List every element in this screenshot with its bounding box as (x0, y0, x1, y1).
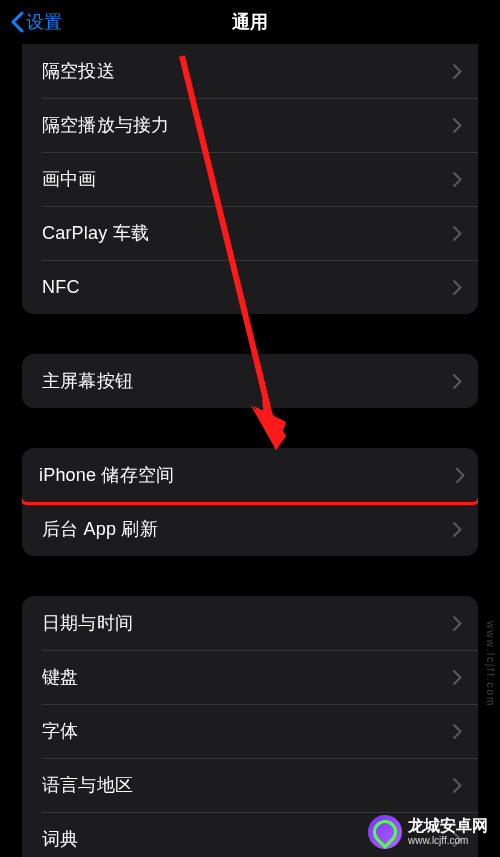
row-background-app-refresh[interactable]: 后台 App 刷新 (22, 502, 478, 556)
row-date-time[interactable]: 日期与时间 (22, 596, 478, 650)
row-iphone-storage[interactable]: iPhone 储存空间 (22, 448, 478, 502)
row-airplay-handoff[interactable]: 隔空播放与接力 (22, 98, 478, 152)
annotation-highlight: iPhone 储存空间 (22, 448, 478, 505)
settings-group-home: 主屏幕按钮 (22, 354, 478, 408)
chevron-right-icon (456, 468, 465, 483)
chevron-right-icon (453, 670, 462, 685)
row-label: 主屏幕按钮 (42, 369, 453, 393)
row-picture-in-picture[interactable]: 画中画 (22, 152, 478, 206)
row-fonts[interactable]: 字体 (22, 704, 478, 758)
chevron-right-icon (453, 616, 462, 631)
settings-group-storage: iPhone 储存空间 后台 App 刷新 (22, 448, 478, 556)
chevron-right-icon (453, 522, 462, 537)
chevron-left-icon (10, 11, 24, 33)
row-airdrop[interactable]: 隔空投送 (22, 44, 478, 98)
row-label: iPhone 储存空间 (39, 463, 456, 487)
row-home-button[interactable]: 主屏幕按钮 (22, 354, 478, 408)
settings-scroll-area: 隔空投送 隔空播放与接力 画中画 CarPlay 车载 NFC 主屏幕按钮 i (0, 44, 500, 857)
row-language-region[interactable]: 语言与地区 (22, 758, 478, 812)
watermark-text: 龙城安卓网 www.lcjff.com (408, 817, 488, 847)
row-label: 字体 (42, 719, 453, 743)
chevron-right-icon (453, 724, 462, 739)
chevron-right-icon (453, 226, 462, 241)
watermark-logo-icon (368, 815, 402, 849)
row-label: NFC (42, 277, 453, 298)
watermark-name: 龙城安卓网 (408, 817, 488, 835)
watermark-url: www.lcjff.com (408, 835, 488, 847)
chevron-right-icon (453, 778, 462, 793)
row-label: 隔空播放与接力 (42, 113, 453, 137)
row-carplay[interactable]: CarPlay 车载 (22, 206, 478, 260)
chevron-right-icon (453, 172, 462, 187)
row-keyboard[interactable]: 键盘 (22, 650, 478, 704)
chevron-right-icon (453, 118, 462, 133)
back-button[interactable]: 设置 (10, 10, 62, 34)
row-label: 日期与时间 (42, 611, 453, 635)
settings-group-connectivity: 隔空投送 隔空播放与接力 画中画 CarPlay 车载 NFC (22, 44, 478, 314)
row-label: 语言与地区 (42, 773, 453, 797)
navigation-bar: 设置 通用 (0, 0, 500, 44)
row-label: 画中画 (42, 167, 453, 191)
chevron-right-icon (453, 64, 462, 79)
chevron-right-icon (453, 280, 462, 295)
watermark-side: www.lcjff.com (485, 621, 496, 707)
page-title: 通用 (232, 10, 268, 34)
row-nfc[interactable]: NFC (22, 260, 478, 314)
back-label: 设置 (26, 10, 62, 34)
row-label: 后台 App 刷新 (42, 517, 453, 541)
watermark-bottom: 龙城安卓网 www.lcjff.com (368, 815, 488, 849)
chevron-right-icon (453, 374, 462, 389)
row-label: CarPlay 车载 (42, 221, 453, 245)
row-label: 键盘 (42, 665, 453, 689)
row-label: 隔空投送 (42, 59, 453, 83)
